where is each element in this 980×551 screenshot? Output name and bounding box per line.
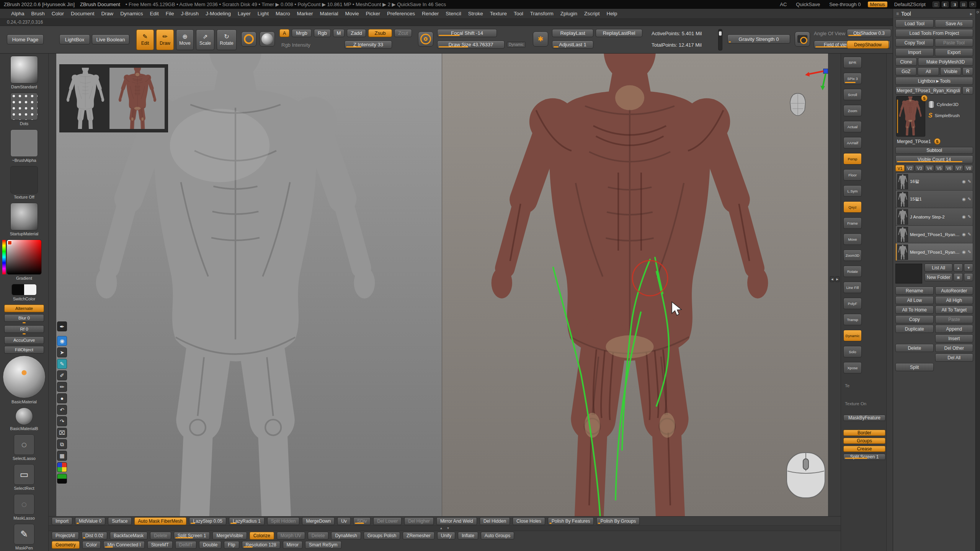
shelf-frame[interactable]: Frame xyxy=(843,217,862,229)
shelf-scroll[interactable]: Scroll xyxy=(843,89,862,100)
reload-icon[interactable]: ⟳ xyxy=(977,10,980,14)
menu-marker[interactable]: Marker xyxy=(294,9,317,18)
shelf-actual[interactable]: Actual xyxy=(843,121,862,132)
dynamic-badge[interactable]: Dynamic xyxy=(507,42,526,47)
menu-macro[interactable]: Macro xyxy=(272,9,294,18)
action-all-to-target[interactable]: All To Target xyxy=(935,306,973,314)
bottom-polish-by-features[interactable]: Polish By Features xyxy=(548,517,594,525)
reload-ui-icon[interactable]: ⟳ xyxy=(969,2,976,7)
active-tool-name-button[interactable]: Merged_TPose1_Ryan_Kingsli xyxy=(895,86,961,95)
menu-file[interactable]: File xyxy=(162,9,178,18)
bottom-lazystep-0-05[interactable]: LazyStep 0.05 xyxy=(189,517,226,525)
dot-icon[interactable]: ● xyxy=(57,393,67,403)
bottom-mirror-and-weld[interactable]: Mirror And Weld xyxy=(436,517,477,525)
brush-stroke-indicator[interactable] xyxy=(241,31,256,47)
menu-edit[interactable]: Edit xyxy=(146,9,162,18)
shelf-persp[interactable]: Persp xyxy=(843,153,862,165)
split-screen-slider[interactable]: Split Screen 1 xyxy=(843,454,885,460)
load-tools-from-project-button[interactable]: Load Tools From Project xyxy=(895,29,973,37)
list-all-button[interactable]: List All xyxy=(924,264,952,272)
bottom-del-hidden[interactable]: Del Hidden xyxy=(480,517,510,525)
bottom-projectall[interactable]: ProjectAll xyxy=(52,532,79,540)
color-picker-gradient[interactable]: Gradient xyxy=(2,240,47,280)
a-toggle[interactable]: A xyxy=(279,29,289,37)
live-boolean-button[interactable]: Live Boolean xyxy=(92,34,129,44)
bottom-midvalue-0[interactable]: MidValue 0 xyxy=(75,517,105,525)
bottom-auto-groups[interactable]: Auto Groups xyxy=(481,532,514,540)
folder-alt-icon[interactable]: ▤ xyxy=(964,273,973,281)
brush-selectrect[interactable]: SelectRect xyxy=(2,464,47,491)
copy-tool-button[interactable]: Copy Tool xyxy=(895,39,934,47)
action-autoreorder[interactable]: AutoReorder xyxy=(935,287,973,295)
groups-button[interactable]: Groups xyxy=(843,438,885,444)
thumbnail-gray-view[interactable] xyxy=(63,68,107,129)
bottom-mergedown[interactable]: MergeDown xyxy=(302,517,335,525)
image-icon[interactable]: ▦ xyxy=(57,451,67,461)
visibility-eye-icon[interactable]: ◉ xyxy=(962,249,966,254)
zadd-button[interactable]: Zadd xyxy=(347,29,366,37)
shelf-zoom[interactable]: Zoom xyxy=(843,105,862,116)
menu-brush[interactable]: Brush xyxy=(28,9,48,18)
bottom-delete[interactable]: Delete xyxy=(150,532,171,540)
blur-slider[interactable]: Blur 0 xyxy=(2,314,47,323)
action-all-high[interactable]: All High xyxy=(935,296,973,304)
rf-slider[interactable]: Rf 0 xyxy=(2,325,47,334)
shelf-zoom3d[interactable]: Zoom3D xyxy=(843,249,862,261)
export-button[interactable]: Export xyxy=(935,48,973,56)
tab-v7[interactable]: V7 xyxy=(954,165,964,171)
menu-tool[interactable]: Tool xyxy=(510,9,527,18)
action-split[interactable]: Split xyxy=(895,363,934,371)
move-button[interactable]: ⊕ Move xyxy=(176,29,194,50)
shelf-spix-3[interactable]: SPix 3 xyxy=(843,73,862,84)
16팔[interactable]: 16팔 ◉ ✎ xyxy=(896,173,973,191)
polypaint-icon[interactable]: ✎ xyxy=(968,249,971,254)
polypaint-icon[interactable]: ✎ xyxy=(968,197,971,202)
draw-button[interactable]: ✏ Draw xyxy=(156,29,174,50)
shelf-polyf[interactable]: PolyF xyxy=(843,298,862,309)
stroke-dots[interactable]: Dots xyxy=(2,93,47,126)
handle-down-icon[interactable]: ▼ xyxy=(447,527,450,530)
pencil-icon[interactable]: ✏ xyxy=(57,382,67,392)
save-as-button[interactable]: Save As xyxy=(935,20,973,28)
pen-alt-icon[interactable]: ✐ xyxy=(57,370,67,380)
camera-icon[interactable] xyxy=(795,31,810,47)
lightbox-tools-button[interactable]: Lightbox►Tools xyxy=(895,77,973,85)
obj-shadow-slider[interactable]: ObjShadow 0.3 xyxy=(847,29,891,37)
bottom-double[interactable]: Double xyxy=(199,541,221,549)
shelf-bpr[interactable]: BPR xyxy=(843,57,862,68)
bottom-close-holes[interactable]: Close Holes xyxy=(513,517,545,525)
switchcolor-swatches[interactable]: SwitchColor xyxy=(2,284,47,301)
bottom-storemt[interactable]: StoreMT xyxy=(147,541,173,549)
scale-button[interactable]: ⇗ Scale xyxy=(196,29,214,50)
deep-shadow-button[interactable]: DeepShadow xyxy=(847,41,889,49)
shelf-floor[interactable]: Floor xyxy=(843,169,862,181)
border-button[interactable]: Border xyxy=(843,430,885,436)
bottom-surface[interactable]: Surface xyxy=(108,517,131,525)
cursor-icon[interactable]: ➤ xyxy=(57,347,67,357)
action-paste[interactable]: Paste xyxy=(935,315,973,323)
active-tool-thumbnail[interactable]: 5 xyxy=(896,96,925,137)
tab-v5[interactable]: V5 xyxy=(935,165,944,171)
menu-movie[interactable]: Movie xyxy=(342,9,363,18)
shelf-qxyz[interactable]: Qxyz xyxy=(843,201,862,213)
bottom-sdiv[interactable]: SDiv xyxy=(353,517,371,525)
visibility-eye-icon[interactable]: ◉ xyxy=(962,232,966,237)
menu-render[interactable]: Render xyxy=(418,9,442,18)
rgb-intensity-slider[interactable]: Rgb Intensity xyxy=(281,42,310,48)
pen-icon[interactable]: ✎ xyxy=(57,359,67,369)
replay-tool-icon[interactable]: ✱ xyxy=(533,31,548,47)
import-button[interactable]: Import xyxy=(895,48,934,56)
trash-icon[interactable]: ⌧ xyxy=(57,428,67,438)
replay-last-rel-button[interactable]: ReplayLastRel xyxy=(596,29,642,37)
clipboard-icon[interactable]: ⧉ xyxy=(57,439,67,449)
polypaint-icon[interactable]: ✎ xyxy=(968,179,971,184)
brush-masklasso[interactable]: MaskLasso xyxy=(2,494,47,520)
redo-icon[interactable]: ↷ xyxy=(57,416,67,426)
brush-selectlasso[interactable]: SelectLasso xyxy=(2,434,47,461)
axis-gizmo[interactable] xyxy=(805,68,828,91)
menu-material[interactable]: Material xyxy=(317,9,342,18)
bottom-lazyradius-1[interactable]: LazyRadius 1 xyxy=(229,517,265,525)
swatch-icon[interactable] xyxy=(57,474,67,484)
tab-v4[interactable]: V4 xyxy=(925,165,934,171)
action-insert[interactable]: Insert xyxy=(935,334,973,342)
